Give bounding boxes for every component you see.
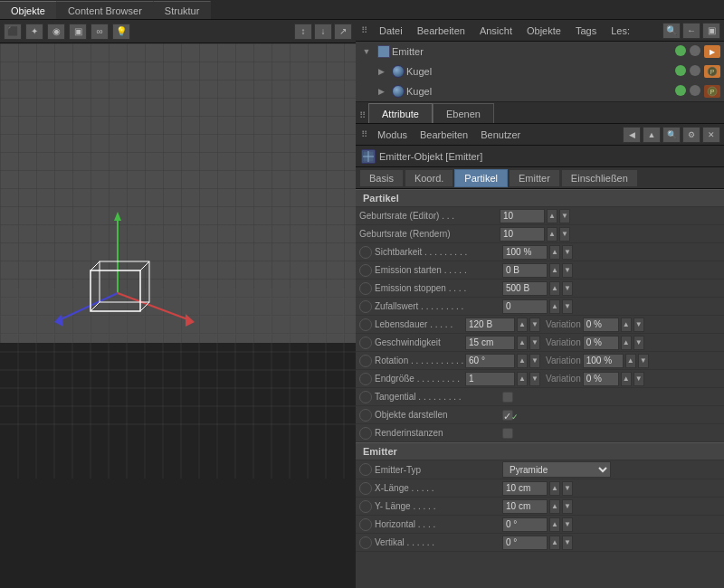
menu-benutzer[interactable]: Benutzer [477,128,524,142]
tree-item-kugel-1[interactable]: ▶ Kugel P [356,62,724,81]
spin-down-rotation[interactable]: ▼ [529,354,540,368]
tab-content-browser[interactable]: Content Browser [57,1,154,19]
tab-objekte[interactable]: Objekte [0,1,57,19]
input-sichtbarkeit[interactable] [502,245,548,260]
spin-up-x-laenge[interactable]: ▲ [549,481,560,496]
viewport-icon-6[interactable]: 💡 [112,24,130,40]
spin-down-emission-starten[interactable]: ▼ [562,263,573,278]
viewport-icon-3[interactable]: ◉ [47,24,65,40]
spin-up-rotation[interactable]: ▲ [517,354,528,368]
search-icon[interactable]: 🔍 [662,23,681,39]
menu-datei[interactable]: Datei [376,24,406,38]
tab-attribute[interactable]: Attribute [368,103,433,123]
select-emitter-typ[interactable]: Pyramide Kugel Rechteck [502,461,611,478]
input-endgroesse[interactable] [465,372,515,386]
spin-up-var-geschwindigkeit[interactable]: ▲ [621,336,632,350]
viewport-nav-2[interactable]: ↓ [314,24,332,40]
menu-tags[interactable]: Tags [572,24,600,38]
viewport-icon-5[interactable]: ∞ [90,24,109,40]
close-icon[interactable]: ✕ [702,127,720,143]
viewport-nav-3[interactable]: ↗ [334,24,352,40]
spin-up-geburtsrate-editor[interactable]: ▲ [547,209,557,223]
spin-up-zufallswert[interactable]: ▲ [549,299,560,314]
spin-down-var-endgroesse[interactable]: ▼ [634,372,644,386]
menu-les[interactable]: Les: [607,24,634,38]
sub-tab-einschliessen[interactable]: Einschließen [561,169,638,187]
tab-ebenen[interactable]: Ebenen [433,103,494,123]
spin-up-var-endgroesse[interactable]: ▲ [621,372,632,386]
input-x-laenge[interactable] [502,481,548,496]
tree-item-kugel-2[interactable]: ▶ Kugel P [356,81,724,101]
viewport-icon-1[interactable]: ⬛ [4,24,22,40]
input-y-laenge[interactable] [502,499,548,514]
input-variation-endgroesse[interactable] [583,372,619,386]
arrow-left-icon[interactable]: ← [682,23,700,39]
viewport-icon-2[interactable]: ✦ [25,24,43,40]
input-variation-geschwindigkeit[interactable] [583,336,619,350]
spin-down-var-geschwindigkeit[interactable]: ▼ [634,336,644,350]
sub-tab-emitter[interactable]: Emitter [509,169,560,187]
panel-icon[interactable]: ▣ [702,23,720,39]
checkbox-renderinstanzen[interactable] [502,428,513,439]
spin-down-var-lebensdauer[interactable]: ▼ [634,318,644,332]
spin-down-endgroesse[interactable]: ▼ [529,372,540,386]
sub-tab-partikel[interactable]: Partikel [454,169,508,187]
spin-up-endgroesse[interactable]: ▲ [517,372,528,386]
arrow-left-icon-2[interactable]: ◀ [623,127,641,143]
input-horizontal[interactable] [502,517,548,532]
search-icon-2[interactable]: 🔍 [662,127,681,143]
menu-bearbeiten[interactable]: Bearbeiten [414,24,469,38]
spin-down-geburtsrate-editor[interactable]: ▼ [559,209,570,223]
checkbox-objekte-darstellen[interactable]: ✓ [502,410,513,421]
spin-down-y-laenge[interactable]: ▼ [562,499,573,514]
expand-icon[interactable]: ▼ [359,44,374,59]
menu-objekte[interactable]: Objekte [523,24,565,38]
spin-down-sichtbarkeit[interactable]: ▼ [562,245,573,260]
spin-up-var-rotation[interactable]: ▲ [625,354,636,368]
spin-up-lebensdauer[interactable]: ▲ [517,318,528,332]
input-vertikal[interactable] [502,536,548,550]
spin-up-sichtbarkeit[interactable]: ▲ [549,245,560,260]
spin-down-emission-stoppen[interactable]: ▼ [562,281,573,296]
input-rotation[interactable] [465,354,515,368]
input-geschwindigkeit[interactable] [465,336,515,350]
spin-down-x-laenge[interactable]: ▼ [562,481,573,496]
viewport-icon-4[interactable]: ▣ [69,24,87,40]
viewport-canvas[interactable] [0,43,356,588]
label-geburtsrate-editor: Geburtsrate (Editor) . . . [359,211,500,221]
spin-up-emission-starten[interactable]: ▲ [549,263,560,278]
input-geburtsrate-editor[interactable] [500,209,545,223]
spin-up-vertikal[interactable]: ▲ [549,536,560,550]
spin-down-lebensdauer[interactable]: ▼ [529,318,540,332]
input-lebensdauer[interactable] [465,318,515,332]
tab-struktur[interactable]: Struktur [154,1,212,19]
spin-up-y-laenge[interactable]: ▲ [549,499,560,514]
spin-down-var-rotation[interactable]: ▼ [638,354,649,368]
sub-tab-basis[interactable]: Basis [359,169,404,187]
menu-ansicht[interactable]: Ansicht [476,24,516,38]
menu-bearbeiten-attr[interactable]: Bearbeiten [416,128,472,142]
spin-up-var-lebensdauer[interactable]: ▲ [621,318,632,332]
spin-down-zufallswert[interactable]: ▼ [562,299,573,314]
input-zufallswert[interactable] [502,299,548,314]
spin-up-emission-stoppen[interactable]: ▲ [549,281,560,296]
input-geburtsrate-rendern[interactable] [500,227,545,242]
gear-icon[interactable]: ⚙ [682,127,700,143]
input-emission-stoppen[interactable] [502,281,548,296]
spin-up-horizontal[interactable]: ▲ [549,517,560,532]
sub-tab-koord[interactable]: Koord. [405,169,453,187]
spin-up-geburtsrate-rendern[interactable]: ▲ [547,227,557,242]
input-emission-starten[interactable] [502,263,548,278]
spin-down-geschwindigkeit[interactable]: ▼ [529,336,540,350]
viewport-nav-1[interactable]: ↕ [294,24,312,40]
menu-modus[interactable]: Modus [374,128,411,142]
arrow-up-icon[interactable]: ▲ [643,127,661,143]
input-variation-rotation[interactable] [583,354,624,368]
spin-up-geschwindigkeit[interactable]: ▲ [517,336,528,350]
tree-item-emitter[interactable]: ▼ Emitter ▶ [356,42,724,62]
spin-down-geburtsrate-rendern[interactable]: ▼ [559,227,570,242]
spin-down-horizontal[interactable]: ▼ [562,517,573,532]
checkbox-tangential[interactable] [502,392,513,403]
spin-down-vertikal[interactable]: ▼ [562,536,573,550]
input-variation-lebensdauer[interactable] [583,318,619,332]
